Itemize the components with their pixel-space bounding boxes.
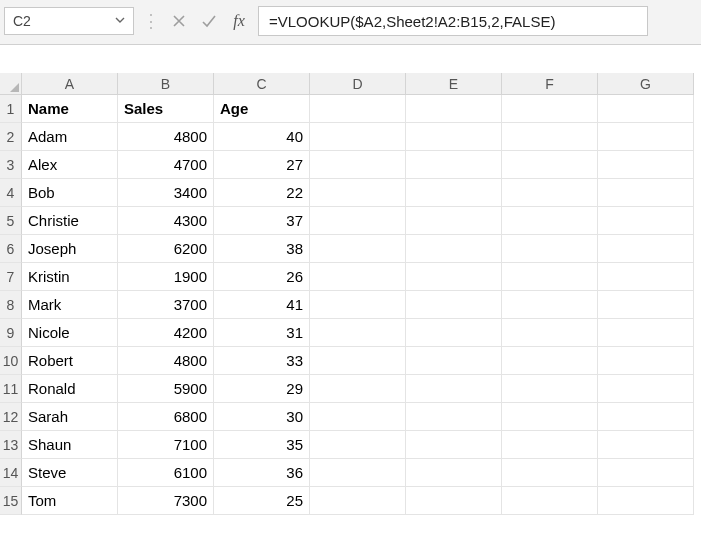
cell[interactable] [406, 459, 502, 487]
cell[interactable] [310, 375, 406, 403]
cell[interactable]: Sales [118, 95, 214, 123]
cell[interactable]: 6800 [118, 403, 214, 431]
cell[interactable] [502, 459, 598, 487]
cell[interactable]: 3400 [118, 179, 214, 207]
cell[interactable]: 22 [214, 179, 310, 207]
cell[interactable]: 1900 [118, 263, 214, 291]
cell[interactable]: 41 [214, 291, 310, 319]
cell[interactable]: Shaun [22, 431, 118, 459]
cell[interactable] [598, 291, 694, 319]
cell[interactable]: Joseph [22, 235, 118, 263]
enter-icon[interactable] [198, 10, 220, 32]
cell[interactable]: 4200 [118, 319, 214, 347]
cell[interactable]: 31 [214, 319, 310, 347]
cell[interactable] [406, 95, 502, 123]
cell[interactable] [502, 95, 598, 123]
cell[interactable]: 7300 [118, 487, 214, 515]
cell[interactable] [310, 319, 406, 347]
cell[interactable]: 25 [214, 487, 310, 515]
cell[interactable] [310, 431, 406, 459]
row-head[interactable]: 6 [0, 235, 22, 263]
cell[interactable] [502, 179, 598, 207]
cell[interactable]: 26 [214, 263, 310, 291]
cell[interactable] [406, 207, 502, 235]
col-head-b[interactable]: B [118, 73, 214, 95]
chevron-down-icon[interactable] [115, 15, 125, 27]
cell[interactable]: 6100 [118, 459, 214, 487]
col-head-f[interactable]: F [502, 73, 598, 95]
row-head[interactable]: 11 [0, 375, 22, 403]
cell[interactable] [598, 179, 694, 207]
row-head[interactable]: 13 [0, 431, 22, 459]
cell[interactable]: Tom [22, 487, 118, 515]
cell[interactable] [310, 459, 406, 487]
cancel-icon[interactable] [168, 10, 190, 32]
cell[interactable] [502, 235, 598, 263]
cell[interactable]: Bob [22, 179, 118, 207]
cell[interactable] [310, 95, 406, 123]
cell[interactable] [406, 403, 502, 431]
cell[interactable]: 35 [214, 431, 310, 459]
col-head-c[interactable]: C [214, 73, 310, 95]
cell[interactable]: 4300 [118, 207, 214, 235]
cell[interactable] [598, 235, 694, 263]
row-head[interactable]: 8 [0, 291, 22, 319]
cell[interactable] [598, 375, 694, 403]
cell[interactable] [406, 179, 502, 207]
cell[interactable] [406, 375, 502, 403]
cell[interactable]: 30 [214, 403, 310, 431]
cell[interactable] [502, 347, 598, 375]
cell[interactable] [406, 151, 502, 179]
cell[interactable] [310, 487, 406, 515]
cell[interactable] [406, 235, 502, 263]
name-box[interactable]: C2 [4, 7, 134, 35]
cell[interactable] [310, 207, 406, 235]
cell[interactable]: 4800 [118, 123, 214, 151]
cell[interactable] [502, 263, 598, 291]
cell[interactable]: 6200 [118, 235, 214, 263]
cell[interactable]: Kristin [22, 263, 118, 291]
cell[interactable]: 29 [214, 375, 310, 403]
row-head[interactable]: 7 [0, 263, 22, 291]
spreadsheet-grid[interactable]: A B C D E F G 1 Name Sales Age 2 Adam 48… [0, 73, 701, 515]
row-head[interactable]: 12 [0, 403, 22, 431]
row-head[interactable]: 14 [0, 459, 22, 487]
cell[interactable]: Ronald [22, 375, 118, 403]
cell[interactable] [406, 319, 502, 347]
cell[interactable]: 33 [214, 347, 310, 375]
cell[interactable]: Nicole [22, 319, 118, 347]
cell[interactable] [598, 207, 694, 235]
cell[interactable]: 40 [214, 123, 310, 151]
cell[interactable]: 4700 [118, 151, 214, 179]
cell[interactable] [598, 347, 694, 375]
formula-input[interactable]: =VLOOKUP($A2,Sheet2!A2:B15,2,FALSE) [258, 6, 648, 36]
cell[interactable] [406, 431, 502, 459]
cell[interactable] [310, 403, 406, 431]
row-head[interactable]: 2 [0, 123, 22, 151]
cell[interactable]: 38 [214, 235, 310, 263]
row-head[interactable]: 10 [0, 347, 22, 375]
cell[interactable] [502, 291, 598, 319]
cell[interactable] [502, 403, 598, 431]
cell[interactable] [502, 375, 598, 403]
cell[interactable] [310, 263, 406, 291]
cell[interactable]: 5900 [118, 375, 214, 403]
cell[interactable]: Sarah [22, 403, 118, 431]
cell[interactable] [502, 123, 598, 151]
cell[interactable]: 4800 [118, 347, 214, 375]
col-head-a[interactable]: A [22, 73, 118, 95]
row-head[interactable]: 15 [0, 487, 22, 515]
cell[interactable] [502, 431, 598, 459]
row-head[interactable]: 5 [0, 207, 22, 235]
cell[interactable] [310, 291, 406, 319]
cell[interactable] [406, 123, 502, 151]
cell[interactable] [598, 459, 694, 487]
cell[interactable] [598, 403, 694, 431]
row-head[interactable]: 3 [0, 151, 22, 179]
row-head[interactable]: 4 [0, 179, 22, 207]
cell[interactable]: 7100 [118, 431, 214, 459]
row-head[interactable]: 9 [0, 319, 22, 347]
cell[interactable]: Name [22, 95, 118, 123]
cell[interactable]: Alex [22, 151, 118, 179]
fx-icon[interactable]: fx [228, 10, 250, 32]
